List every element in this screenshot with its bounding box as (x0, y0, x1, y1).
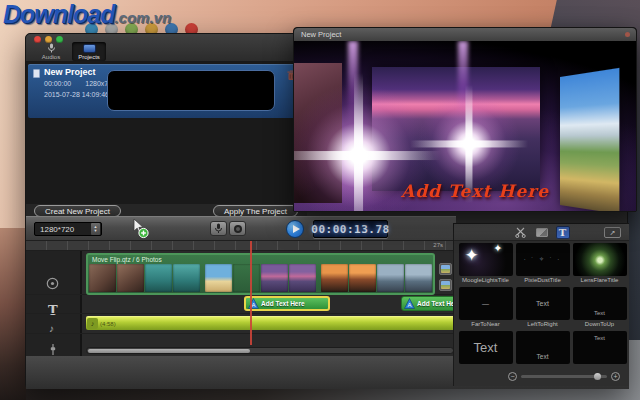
add-photos-slot-icon[interactable] (439, 263, 452, 275)
zoom-in-icon[interactable]: + (611, 372, 620, 381)
video-group-label: Move Flip.qtz / 6 Photos (88, 255, 433, 264)
effect-cell[interactable]: TextLeftToRight (514, 287, 571, 329)
effects-panel-header: T ↗ (454, 224, 629, 241)
watermark-suffix: .com.vn (114, 9, 171, 26)
effect-thumbnail[interactable]: Text (573, 331, 627, 364)
effect-thumbnail[interactable]: Text (516, 331, 570, 364)
video-track-group[interactable]: Move Flip.qtz / 6 Photos (86, 253, 435, 295)
effect-thumbnail[interactable]: Text (459, 331, 513, 364)
export-button[interactable]: ↗ (604, 227, 621, 238)
video-thumbnail[interactable] (405, 264, 432, 292)
timeline-ruler[interactable]: 27s (26, 241, 459, 251)
svg-text:A: A (407, 302, 411, 308)
resolution-select[interactable]: 1280*720 ▲▼ (34, 222, 102, 236)
effect-sample-text: Text (516, 300, 570, 307)
video-thumbnail[interactable] (145, 264, 172, 292)
effect-cell[interactable]: Text (571, 331, 628, 373)
effect-label: FarToNear (471, 320, 499, 329)
tab-projects[interactable]: Projects (72, 42, 106, 61)
effect-cell[interactable]: Text (514, 331, 571, 373)
video-thumbnail[interactable] (321, 264, 348, 292)
record-voice-button[interactable] (210, 221, 227, 236)
preview-window-button[interactable] (625, 32, 630, 37)
effect-label: DownToUp (585, 320, 614, 329)
cursor-add-icon (130, 218, 150, 239)
sparkle-icon: ✦ (465, 245, 479, 266)
download-watermark: Download.com.vn (3, 0, 171, 29)
video-thumbnail[interactable] (233, 264, 260, 292)
text-track-icon: T (48, 303, 58, 318)
music-clip[interactable]: ♪ (4:58) (86, 316, 456, 330)
timecode-value: 00:00:13.78 (311, 223, 389, 236)
text-effect-badge-icon: A (404, 298, 415, 309)
projects-icon (83, 44, 96, 53)
music-clip-label: (4:58) (100, 321, 116, 327)
resolution-value: 1280*720 (35, 225, 91, 234)
effect-label: LensFlareTitle (581, 276, 619, 285)
video-thumbnail[interactable] (173, 264, 200, 292)
text-tool-selected[interactable]: T (556, 226, 570, 239)
record-camera-button[interactable] (229, 221, 246, 236)
effect-sample-text: — (459, 300, 513, 307)
video-thumbnail[interactable] (89, 264, 116, 292)
effect-label: PixieDustTitle (524, 276, 560, 285)
text-clip-selected[interactable]: A Add Text Here (244, 296, 330, 311)
zoom-slider-track[interactable] (521, 375, 607, 378)
tab-audios-label: Audios (42, 53, 60, 61)
preview-canvas[interactable]: Add Text Here (294, 41, 636, 211)
zoom-slider-knob[interactable] (594, 373, 601, 380)
zoom-out-icon[interactable]: − (508, 372, 517, 381)
image-icon (536, 228, 548, 237)
track-separator (26, 333, 459, 334)
project-list-item[interactable]: New Project 00:00:001280x720 2015-07-28 … (28, 64, 303, 118)
effect-thumbnail[interactable]: ✦✦ (459, 243, 513, 276)
video-thumbnails (88, 264, 433, 292)
transitions-tool[interactable] (514, 226, 528, 239)
timeline-scrollbar[interactable] (86, 347, 454, 354)
play-icon (293, 225, 300, 233)
text-effects-grid: ✦✦MoogleLightsTitle· ˙ ✧ ˙ ·PixieDustTit… (457, 243, 628, 373)
effect-thumbnail[interactable]: Text (573, 287, 627, 320)
photos-tool[interactable] (535, 226, 549, 239)
track-header-column: T ♪ (26, 251, 82, 356)
effect-thumbnail[interactable]: — (459, 287, 513, 320)
scrollbar-thumb[interactable] (88, 349, 250, 353)
effect-cell[interactable]: LensFlareTitle (571, 243, 628, 285)
video-thumbnail[interactable] (349, 264, 376, 292)
video-thumbnail[interactable] (117, 264, 144, 292)
microphone-icon (47, 43, 56, 53)
effect-label: LeftToRight (527, 320, 557, 329)
effects-panel: T ↗ ✦✦MoogleLightsTitle· ˙ ✧ ˙ ·PixieDus… (453, 223, 629, 386)
text-clip-label: Add Text Here (261, 300, 305, 307)
sparkle-icon: ✦ (493, 243, 502, 255)
tab-audios[interactable]: Audios (34, 42, 68, 61)
preview-window: New Project Add Text Here (293, 27, 637, 212)
video-thumbnail[interactable] (377, 264, 404, 292)
add-photos-slot-icon[interactable] (439, 279, 452, 291)
effect-cell[interactable]: ✦✦MoogleLightsTitle (457, 243, 514, 285)
effect-cell[interactable]: Text (457, 331, 514, 373)
photo-icon (441, 281, 450, 289)
video-thumbnail[interactable] (205, 264, 232, 292)
preview-overlay-text[interactable]: Add Text Here (324, 181, 626, 201)
photo-icon (441, 265, 450, 273)
effect-cell[interactable]: TextDownToUp (571, 287, 628, 329)
effect-sample-text: Text (573, 335, 627, 341)
effect-sample-text: Text (516, 353, 570, 360)
text-clip[interactable]: A Add Text Here (401, 296, 459, 311)
playhead[interactable] (250, 241, 252, 345)
effect-cell[interactable]: · ˙ ✧ ˙ ·PixieDustTitle (514, 243, 571, 285)
effect-thumbnail[interactable] (573, 243, 627, 276)
microphone-icon (214, 223, 223, 234)
video-thumbnail[interactable] (289, 264, 316, 292)
video-thumbnail[interactable] (261, 264, 288, 292)
effect-thumbnail[interactable]: Text (516, 287, 570, 320)
resolution-stepper[interactable]: ▲▼ (91, 223, 100, 235)
effect-cell[interactable]: —FarToNear (457, 287, 514, 329)
project-meta: 00:00:001280x720 (44, 80, 116, 87)
effect-thumbnail[interactable]: · ˙ ✧ ˙ · (516, 243, 570, 276)
preview-title-bar[interactable]: New Project (294, 28, 636, 41)
play-button[interactable] (286, 220, 304, 238)
timeline: 27s T ♪ Move Flip.qtz / 6 Photos A Add T… (26, 241, 459, 356)
ruler-label: 27s (433, 242, 443, 248)
